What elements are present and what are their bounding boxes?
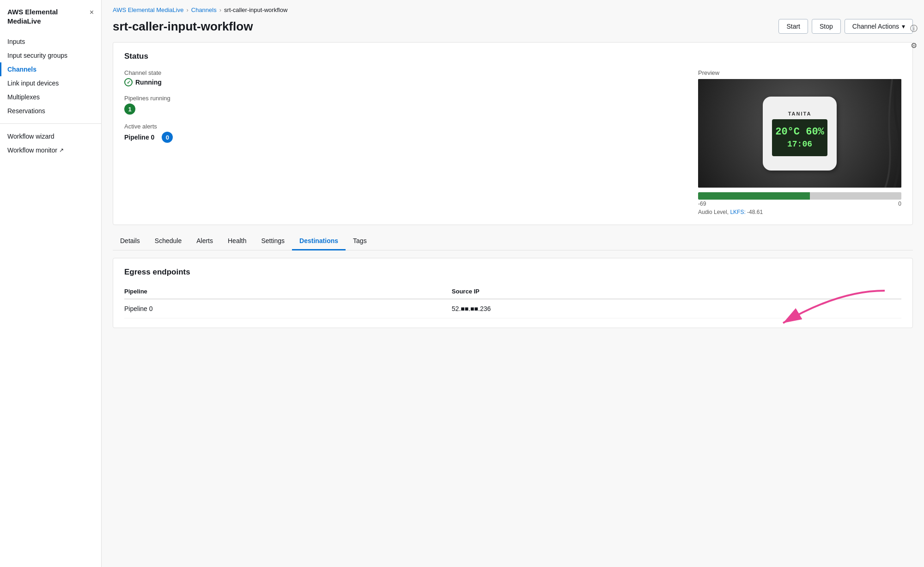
- start-button[interactable]: Start: [778, 19, 808, 34]
- breadcrumb: AWS Elemental MediaLive › Channels › srt…: [102, 0, 924, 17]
- breadcrumb-sep-1: ›: [186, 6, 188, 13]
- egress-table: Pipeline Source IP Pipeline 0 52.■■.■■.2…: [124, 284, 901, 318]
- preview-label: Preview: [698, 69, 901, 76]
- page-title: srt-caller-input-workflow: [113, 19, 253, 34]
- settings-gear-icon[interactable]: ⚙: [907, 39, 920, 52]
- status-left: Channel state ✓ Running Pipelines runnin…: [124, 69, 683, 215]
- pipelines-running-field: Pipelines running 1: [124, 95, 683, 115]
- status-content: Channel state ✓ Running Pipelines runnin…: [124, 69, 901, 215]
- audio-level-text: Audio Level, LKFS: -48.61: [698, 209, 901, 215]
- pipelines-running-label: Pipelines running: [124, 95, 683, 102]
- egress-pipeline-value: Pipeline 0: [124, 299, 452, 318]
- sidebar-item-reservations[interactable]: Reservations: [0, 104, 101, 118]
- sidebar-item-link-input-devices[interactable]: Link input devices: [0, 76, 101, 90]
- device-brand: TANITA: [788, 111, 812, 116]
- tab-alerts[interactable]: Alerts: [189, 232, 220, 250]
- source-ip-text: 52.■■.■■.236: [452, 305, 491, 312]
- tab-tags[interactable]: Tags: [346, 232, 374, 250]
- sidebar: AWS Elemental MediaLive × Inputs Input s…: [0, 0, 102, 567]
- audio-max-label: 0: [898, 201, 901, 207]
- main-content: AWS Elemental MediaLive › Channels › srt…: [102, 0, 924, 567]
- breadcrumb-sep-2: ›: [219, 6, 221, 13]
- egress-col-source-ip: Source IP: [452, 284, 901, 299]
- sidebar-item-channels[interactable]: Channels: [0, 62, 101, 76]
- status-card: Status Channel state ✓ Running Pipelines…: [113, 42, 913, 225]
- pipelines-running-value: 1: [124, 104, 683, 115]
- audio-labels: -69 0: [698, 201, 901, 207]
- audio-bar-fill: [698, 192, 810, 200]
- external-link-icon: ↗: [59, 147, 64, 153]
- pipeline-alerts-badge: 0: [162, 132, 173, 143]
- tab-details[interactable]: Details: [113, 232, 147, 250]
- channel-state-value: ✓ Running: [124, 78, 683, 86]
- channel-actions-button[interactable]: Channel Actions ▾: [845, 19, 913, 34]
- audio-lkfs-label: LKFS:: [730, 209, 745, 215]
- close-icon[interactable]: ×: [90, 8, 94, 17]
- audio-level-static: Audio Level,: [698, 209, 729, 215]
- device-screen-row2: 17:06: [787, 140, 812, 149]
- tab-health[interactable]: Health: [220, 232, 254, 250]
- channel-state-label: Channel state: [124, 69, 683, 76]
- device-screen: 20°C 60% 17:06: [772, 119, 827, 156]
- info-icon[interactable]: ⓘ: [907, 22, 920, 35]
- page-header: srt-caller-input-workflow Start Stop Cha…: [102, 17, 924, 42]
- table-row: Pipeline 0 52.■■.■■.236: [124, 299, 901, 318]
- audio-min-label: -69: [698, 201, 706, 207]
- audio-bar-track: [698, 192, 901, 200]
- audio-lkfs-link[interactable]: LKFS:: [730, 209, 747, 215]
- preview-image: TANITA 20°C 60% 17:06: [698, 79, 901, 188]
- running-icon: ✓: [124, 78, 133, 86]
- channel-actions-label: Channel Actions: [852, 23, 899, 30]
- breadcrumb-medialive[interactable]: AWS Elemental MediaLive: [113, 6, 183, 13]
- sidebar-item-workflow-wizard[interactable]: Workflow wizard: [0, 129, 101, 143]
- pipeline-label: Pipeline 0: [124, 134, 154, 141]
- status-right: Preview TANITA 20°C 60% 17:06: [698, 69, 901, 215]
- active-alerts-label: Active alerts: [124, 123, 683, 130]
- sidebar-nav: Inputs Input security groups Channels Li…: [0, 35, 101, 157]
- breadcrumb-current: srt-caller-input-workflow: [224, 6, 287, 13]
- sidebar-item-input-security-groups[interactable]: Input security groups: [0, 49, 101, 62]
- tab-schedule[interactable]: Schedule: [147, 232, 189, 250]
- breadcrumb-channels[interactable]: Channels: [191, 6, 217, 13]
- channel-state-text: Running: [135, 79, 162, 86]
- sidebar-item-workflow-monitor[interactable]: Workflow monitor ↗: [0, 143, 101, 157]
- preview-device: TANITA 20°C 60% 17:06: [763, 97, 837, 171]
- audio-lkfs-value: -48.61: [747, 209, 763, 215]
- device-screen-row1: 20°C 60%: [775, 126, 824, 138]
- sidebar-title: AWS Elemental MediaLive: [7, 7, 90, 25]
- egress-card: Egress endpoints Pipeline Source IP Pipe…: [113, 258, 913, 328]
- sidebar-item-inputs[interactable]: Inputs: [0, 35, 101, 49]
- pipelines-badge: 1: [124, 104, 135, 115]
- header-actions: Start Stop Channel Actions ▾: [778, 19, 913, 34]
- egress-col-pipeline: Pipeline: [124, 284, 452, 299]
- tab-destinations[interactable]: Destinations: [292, 232, 346, 250]
- tabs-container: Details Schedule Alerts Health Settings …: [113, 232, 913, 250]
- sidebar-item-multiplexes[interactable]: Multiplexes: [0, 90, 101, 104]
- channel-state-field: Channel state ✓ Running: [124, 69, 683, 86]
- egress-source-ip-value: 52.■■.■■.236: [452, 299, 901, 318]
- tab-settings[interactable]: Settings: [254, 232, 292, 250]
- stop-button[interactable]: Stop: [812, 19, 841, 34]
- audio-bar-container: -69 0 Audio Level, LKFS: -48.61: [698, 192, 901, 215]
- active-alerts-field: Active alerts Pipeline 0 0: [124, 123, 683, 143]
- workflow-monitor-label: Workflow monitor: [7, 146, 57, 154]
- status-card-title: Status: [124, 52, 901, 61]
- egress-section-title: Egress endpoints: [124, 268, 901, 277]
- right-icons: ⓘ ⚙: [904, 18, 924, 55]
- active-alerts-value: Pipeline 0 0: [124, 132, 683, 143]
- sidebar-header: AWS Elemental MediaLive ×: [0, 7, 101, 35]
